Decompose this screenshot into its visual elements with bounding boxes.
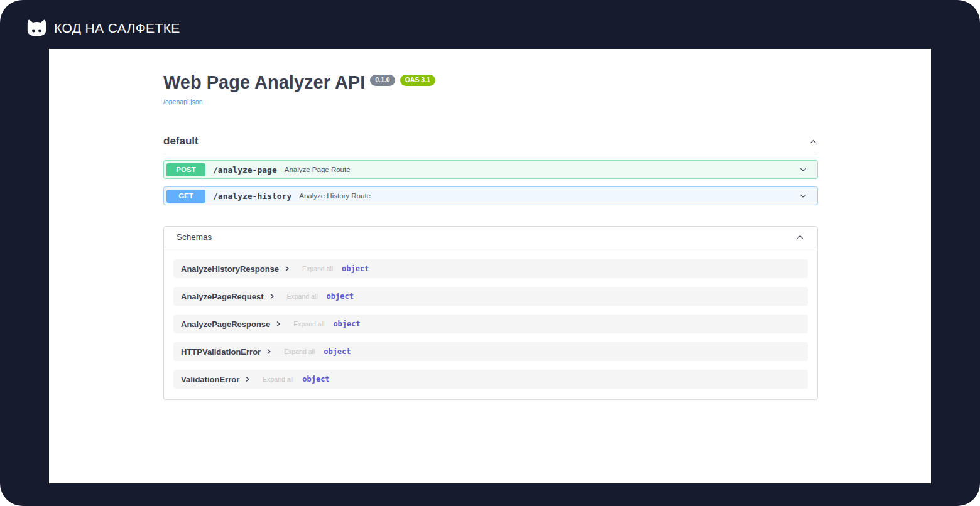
chevron-right-icon: [269, 293, 275, 299]
schema-name: AnalyzePageRequest: [181, 292, 264, 301]
schemas-list: AnalyzeHistoryResponse Expand all object…: [164, 247, 817, 399]
brand-title: КОД НА САЛФЕТКЕ: [54, 21, 180, 36]
app-background: КОД НА САЛФЕТКЕ Web Page Analyzer API 0.…: [0, 0, 980, 506]
version-badge: 0.1.0: [370, 75, 395, 86]
operation-path: /analyze-history: [213, 191, 291, 201]
schema-type: object: [342, 264, 369, 273]
schema-type: object: [333, 320, 360, 328]
schema-name: HTTPValidationError: [181, 347, 261, 357]
schema-name: ValidationError: [181, 375, 239, 384]
chevron-right-icon: [244, 376, 251, 382]
schema-row-http-validation-error[interactable]: HTTPValidationError Expand all object: [173, 342, 808, 361]
schema-row-analyze-page-response[interactable]: AnalyzePageResponse Expand all object: [173, 315, 808, 333]
chevron-right-icon: [275, 321, 281, 327]
cat-icon: [26, 19, 47, 37]
chevron-right-icon: [266, 348, 272, 355]
schema-type: object: [324, 347, 351, 356]
chevron-down-icon: [798, 191, 808, 201]
operation-summary: Analyze Page Route: [285, 166, 351, 173]
swagger-page: Web Page Analyzer API 0.1.0 OAS 3.1 /ope…: [49, 49, 931, 483]
operation-get-analyze-history[interactable]: GET /analyze-history Analyze History Rou…: [163, 186, 818, 205]
section-default-header[interactable]: default: [163, 135, 818, 154]
schemas-label: Schemas: [177, 232, 212, 242]
page-title: Web Page Analyzer API: [163, 73, 365, 92]
method-badge-post: POST: [166, 163, 205, 176]
operation-summary: Analyze History Route: [299, 192, 371, 200]
schema-name: AnalyzeHistoryResponse: [181, 264, 279, 274]
schema-row-analyze-history-response[interactable]: AnalyzeHistoryResponse Expand all object: [173, 259, 808, 278]
section-default: default POST /analyze-page Analyze Page …: [163, 135, 818, 205]
schema-row-analyze-page-request[interactable]: AnalyzePageRequest Expand all object: [173, 287, 808, 306]
chevron-down-icon: [798, 165, 808, 175]
schemas-panel: Schemas AnalyzeHistoryResponse Expand al…: [163, 226, 818, 400]
expand-all-button[interactable]: Expand all: [287, 293, 318, 300]
chevron-up-icon: [808, 137, 818, 146]
expand-all-button[interactable]: Expand all: [293, 320, 324, 328]
api-info: Web Page Analyzer API 0.1.0 OAS 3.1 /ope…: [163, 73, 818, 107]
section-default-label: default: [163, 135, 199, 148]
chevron-up-icon: [795, 232, 805, 242]
expand-all-button[interactable]: Expand all: [284, 348, 315, 355]
expand-all-button[interactable]: Expand all: [263, 375, 293, 383]
schema-type: object: [302, 375, 329, 384]
oas-badge: OAS 3.1: [400, 75, 435, 86]
schema-row-validation-error[interactable]: ValidationError Expand all object: [173, 370, 808, 389]
operation-post-analyze-page[interactable]: POST /analyze-page Analyze Page Route: [163, 160, 818, 179]
schemas-header[interactable]: Schemas: [164, 227, 817, 247]
chevron-right-icon: [284, 266, 290, 272]
operation-path: /analyze-page: [213, 165, 277, 175]
brand-header: КОД НА САЛФЕТКЕ: [26, 19, 180, 37]
schema-name: AnalyzePageResponse: [181, 320, 270, 329]
openapi-spec-link[interactable]: /openapi.json: [163, 98, 202, 105]
method-badge-get: GET: [166, 190, 205, 203]
schema-type: object: [327, 292, 354, 301]
expand-all-button[interactable]: Expand all: [302, 265, 333, 272]
